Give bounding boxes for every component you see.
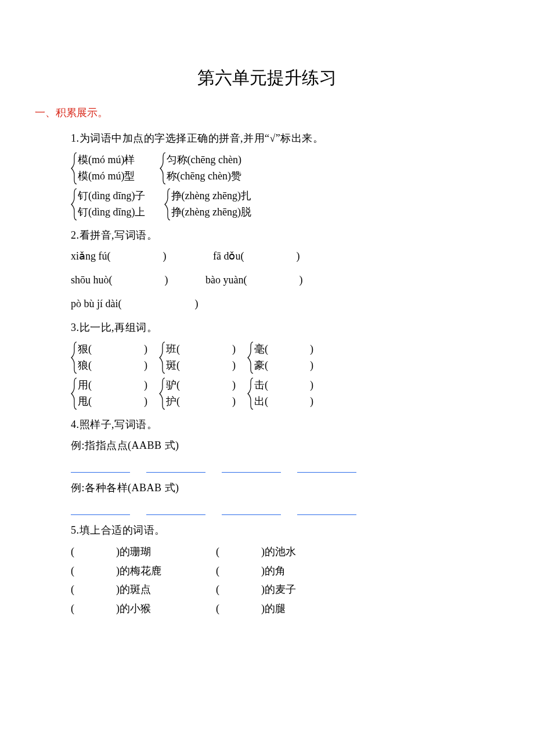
q2-fill-2a: shōu huò( ) <box>71 272 205 289</box>
q3-r1c2b: 斑( ) <box>166 358 236 374</box>
section-number: 一、 <box>35 107 56 118</box>
q3-r1c3a: 毫( ) <box>254 341 313 358</box>
q3-r2c2a: 驴( ) <box>166 377 236 394</box>
left-brace-icon <box>159 377 166 411</box>
fill-blank[interactable] <box>71 461 130 473</box>
q1-r1c1a: 模(mó mú)样 <box>78 152 135 168</box>
brace-group-2: 匀称(chēng chèn)称(chēng chèn)赞 <box>160 152 241 185</box>
left-brace-icon <box>71 152 78 185</box>
q5-fill-1a: ( )的珊瑚 <box>71 543 216 560</box>
left-brace-icon <box>71 377 78 411</box>
fill-blank[interactable] <box>297 461 356 473</box>
q4-example2: 例:各种各样(ABAB 式) <box>71 480 499 496</box>
section-heading: 一、积累展示。 <box>35 105 499 121</box>
question-5: 5.填上合适的词语。 <box>71 522 499 539</box>
left-brace-icon <box>160 152 167 185</box>
left-brace-icon <box>71 341 78 375</box>
q5-fill-2a: ( )的梅花鹿 <box>71 563 216 579</box>
brace-group-4: 挣(zhèng zhēng)扎挣(zhèng zhēng)脱 <box>164 188 251 221</box>
content: 1.为词语中加点的字选择正确的拼音,并用“√”标出来。 模(mó mú)样模(m… <box>71 130 499 617</box>
q3-group-6: 击( )出( ) <box>247 377 313 411</box>
q5-fill-2b: ( )的角 <box>216 565 286 577</box>
page-title: 第六单元提升练习 <box>35 64 499 92</box>
q4-num: 4. <box>71 419 80 430</box>
section-heading-text: 积累展示。 <box>56 107 108 118</box>
q1-r2c1a: 钉(dìng dīng)子 <box>78 188 146 204</box>
fill-blank[interactable] <box>146 461 205 473</box>
q3-group-1: 狠( )狼( ) <box>71 341 147 375</box>
left-brace-icon <box>159 341 166 375</box>
left-brace-icon <box>247 341 254 375</box>
question-4: 4.照样子,写词语。 <box>71 416 499 433</box>
fill-blank[interactable] <box>222 503 281 515</box>
q3-r1c3b: 豪( ) <box>254 358 313 374</box>
q2-num: 2. <box>71 229 80 241</box>
q2-fill-2b: bào yuàn( ) <box>205 274 302 286</box>
fill-blank[interactable] <box>71 503 130 515</box>
brace-group-3: 钉(dìng dīng)子钉(dìng dīng)上 <box>71 188 146 221</box>
q1-text: 为词语中加点的字选择正确的拼音,并用“√”标出来。 <box>80 132 324 144</box>
q3-r1c2a: 班( ) <box>166 341 236 358</box>
q1-r2c1b: 钉(dìng dīng)上 <box>78 204 146 221</box>
q2-fill-1a: xiǎng fú( ) <box>71 248 213 265</box>
q1-num: 1. <box>71 132 80 144</box>
q1-r1c2a: 匀称(chēng chèn) <box>167 152 241 168</box>
q3-r2c3b: 出( ) <box>254 394 313 410</box>
q3-text: 比一比,再组词。 <box>80 322 158 333</box>
question-1: 1.为词语中加点的字选择正确的拼音,并用“√”标出来。 <box>71 130 499 147</box>
q3-num: 3. <box>71 322 80 333</box>
q3-r2c1a: 用( ) <box>78 377 147 394</box>
q1-r2c2a: 挣(zhèng zhēng)扎 <box>171 188 251 204</box>
q3-r1c1a: 狠( ) <box>78 341 147 358</box>
fill-blank[interactable] <box>297 503 356 515</box>
q1-r1c1b: 模(mó mú)型 <box>78 168 135 185</box>
q3-r2c3a: 击( ) <box>254 377 313 394</box>
q1-r2c2b: 挣(zhèng zhēng)脱 <box>171 204 251 221</box>
fill-blank[interactable] <box>222 461 281 473</box>
left-brace-icon <box>71 188 78 221</box>
q5-fill-3a: ( )的斑点 <box>71 581 216 598</box>
q5-num: 5. <box>71 524 80 536</box>
q2-fill-1b: fā dǒu( ) <box>213 250 300 262</box>
q5-fill-4a: ( )的小猴 <box>71 600 216 617</box>
q5-fill-3b: ( )的麦子 <box>216 584 296 595</box>
q3-group-3: 毫( )豪( ) <box>247 341 313 375</box>
q5-fill-4b: ( )的腿 <box>216 603 286 614</box>
q2-text: 看拼音,写词语。 <box>80 229 158 241</box>
brace-group-1: 模(mó mú)样模(mó mú)型 <box>71 152 135 185</box>
q3-group-2: 班( )斑( ) <box>159 341 236 375</box>
q3-r2c2b: 护( ) <box>166 394 236 410</box>
q5-fill-1b: ( )的池水 <box>216 546 296 557</box>
q3-group-5: 驴( )护( ) <box>159 377 236 411</box>
q3-r2c1b: 甩( ) <box>78 394 147 410</box>
left-brace-icon <box>164 188 171 221</box>
q4-blanks-2 <box>71 503 499 515</box>
q4-example1: 例:指指点点(AABB 式) <box>71 437 499 454</box>
q5-text: 填上合适的词语。 <box>80 524 165 536</box>
q3-r1c1b: 狼( ) <box>78 358 147 374</box>
q1-r1c2b: 称(chēng chèn)赞 <box>167 168 241 185</box>
q4-blanks-1 <box>71 461 499 473</box>
q2-fill-3: pò bù jí dài( ) <box>71 296 499 312</box>
q4-text: 照样子,写词语。 <box>80 419 158 430</box>
fill-blank[interactable] <box>146 503 205 515</box>
question-2: 2.看拼音,写词语。 <box>71 227 499 244</box>
q3-group-4: 用( )甩( ) <box>71 377 147 411</box>
left-brace-icon <box>247 377 254 411</box>
question-3: 3.比一比,再组词。 <box>71 319 499 336</box>
